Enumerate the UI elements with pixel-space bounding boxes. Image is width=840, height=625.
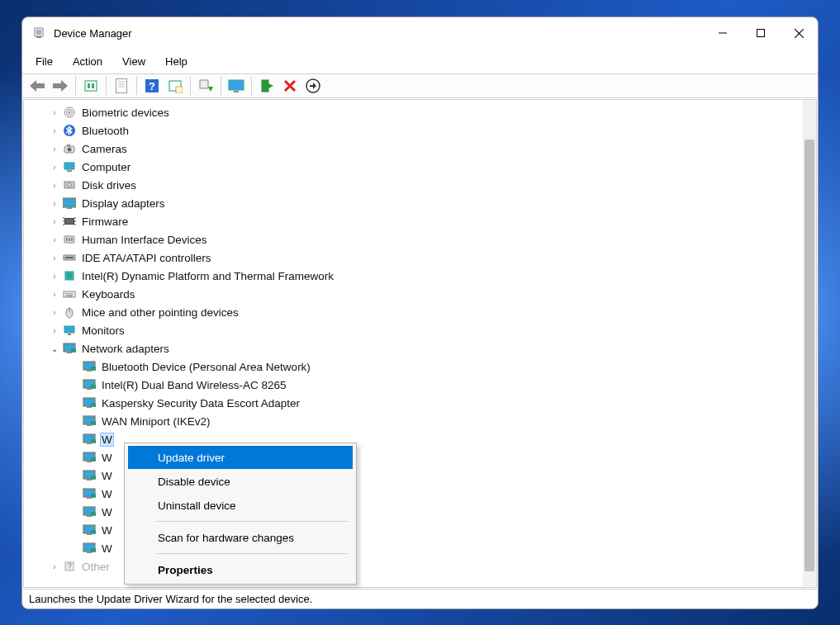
svg-marker-21: [208, 87, 213, 92]
toolbar-icon[interactable]: [81, 76, 101, 96]
tree-category[interactable]: ›Human Interface Devices: [24, 230, 816, 249]
context-menu-item[interactable]: Properties: [128, 558, 353, 581]
tree-category[interactable]: ›Monitors: [24, 321, 816, 339]
svg-rect-60: [67, 273, 72, 278]
toolbar-enable-button[interactable]: [257, 76, 277, 96]
toolbar-icon[interactable]: [165, 76, 185, 96]
chevron-right-icon[interactable]: ›: [49, 199, 60, 208]
tree-category[interactable]: ›Display adapters: [24, 194, 816, 212]
tree-item-label: Keyboards: [80, 287, 137, 301]
svg-rect-24: [262, 80, 268, 92]
svg-point-35: [68, 148, 72, 152]
tree-category[interactable]: ›Cameras: [24, 140, 816, 158]
menu-file[interactable]: File: [27, 52, 61, 71]
tree-item[interactable]: Kaspersky Security Data Escort Adapter: [24, 394, 816, 412]
display-icon: [62, 196, 77, 211]
chevron-right-icon[interactable]: ›: [49, 562, 60, 571]
svg-rect-70: [68, 334, 71, 335]
svg-rect-81: [87, 388, 92, 390]
svg-rect-64: [69, 293, 71, 295]
titlebar: Device Manager: [22, 17, 818, 49]
chevron-down-icon[interactable]: ⌄: [49, 344, 60, 353]
svg-rect-46: [65, 219, 74, 224]
svg-rect-110: [92, 513, 96, 515]
tree-item-label: W: [100, 487, 114, 501]
tree-item-label: Firmware: [80, 215, 130, 229]
toolbar-separator: [136, 77, 137, 95]
toolbar-forward-button[interactable]: [50, 76, 70, 96]
context-menu-separator: [156, 521, 348, 522]
svg-rect-74: [72, 349, 76, 352]
tree-category[interactable]: ›Disk drives: [24, 176, 816, 194]
vertical-scrollbar[interactable]: [803, 100, 816, 587]
tree-item-label: Bluetooth Device (Personal Area Network): [100, 360, 312, 374]
tree-category[interactable]: ⌄Network adapters: [24, 339, 816, 357]
tree-item[interactable]: Intel(R) Dual Band Wireless-AC 8265: [24, 376, 816, 394]
network-icon: [82, 541, 97, 556]
toolbar-back-button[interactable]: [27, 76, 47, 96]
disk-icon: [62, 178, 77, 192]
svg-line-5: [795, 29, 804, 38]
tree-item-label: W: [100, 433, 114, 447]
chevron-right-icon[interactable]: ›: [49, 181, 60, 190]
chevron-right-icon[interactable]: ›: [49, 326, 60, 335]
toolbar-help-button[interactable]: ?: [142, 76, 162, 96]
chevron-right-icon[interactable]: ›: [49, 217, 60, 226]
chevron-right-icon[interactable]: ›: [49, 308, 60, 317]
toolbar-monitor-button[interactable]: [226, 76, 246, 96]
tree-category[interactable]: ›Biometric devices: [24, 103, 816, 121]
tree-item-label: Network adapters: [80, 342, 171, 356]
tree-category[interactable]: ›Intel(R) Dynamic Platform and Thermal F…: [24, 267, 816, 285]
hid-icon: [62, 232, 77, 247]
menu-view[interactable]: View: [114, 52, 154, 71]
tree-category[interactable]: ›Bluetooth: [24, 121, 816, 140]
svg-rect-62: [65, 293, 67, 295]
menu-action[interactable]: Action: [64, 52, 111, 71]
other-icon: ?: [62, 559, 77, 574]
toolbar-properties-button[interactable]: [112, 76, 131, 96]
svg-rect-63: [68, 293, 69, 295]
window-title: Device Manager: [54, 27, 704, 40]
chevron-right-icon[interactable]: ›: [49, 290, 60, 299]
svg-rect-37: [64, 163, 74, 169]
context-menu-item[interactable]: Disable device: [128, 470, 353, 493]
svg-rect-44: [67, 207, 72, 209]
tree-category[interactable]: ›Mice and other pointing devices: [24, 303, 816, 321]
network-icon: [82, 450, 97, 465]
toolbar-uninstall-button[interactable]: [280, 76, 300, 96]
tree-item-label: W: [100, 469, 114, 483]
close-button[interactable]: [780, 17, 818, 49]
scrollbar-thumb[interactable]: [804, 140, 814, 571]
chevron-right-icon[interactable]: ›: [49, 108, 60, 117]
toolbar-scan-button[interactable]: [303, 76, 323, 96]
maximize-button[interactable]: [742, 17, 780, 49]
chevron-right-icon[interactable]: ›: [49, 144, 60, 154]
statusbar: Launches the Update Driver Wizard for th…: [22, 589, 818, 608]
svg-rect-89: [87, 424, 92, 426]
svg-text:?: ?: [149, 80, 155, 92]
chevron-right-icon[interactable]: ›: [49, 163, 60, 172]
tree-item-label: Intel(R) Dynamic Platform and Thermal Fr…: [80, 269, 335, 283]
chevron-right-icon[interactable]: ›: [49, 272, 60, 281]
toolbar-update-button[interactable]: [196, 76, 216, 96]
tree-item[interactable]: WAN Miniport (IKEv2): [24, 412, 816, 430]
svg-marker-29: [310, 83, 316, 89]
tree-item[interactable]: Bluetooth Device (Personal Area Network): [24, 357, 816, 376]
tree-category[interactable]: ›Keyboards: [24, 285, 816, 303]
statusbar-text: Launches the Update Driver Wizard for th…: [29, 593, 312, 605]
chevron-right-icon[interactable]: ›: [49, 126, 60, 135]
context-menu-item[interactable]: Scan for hardware changes: [128, 526, 353, 549]
toolbar: ?: [22, 73, 818, 98]
svg-rect-58: [65, 257, 74, 258]
svg-line-6: [795, 29, 804, 38]
context-menu-item[interactable]: Update driver: [128, 446, 353, 469]
chevron-right-icon[interactable]: ›: [49, 253, 60, 263]
context-menu-item[interactable]: Uninstall device: [128, 494, 353, 517]
chevron-right-icon[interactable]: ›: [49, 235, 60, 244]
menu-help[interactable]: Help: [157, 52, 196, 71]
svg-rect-77: [87, 370, 92, 372]
tree-category[interactable]: ›Computer: [24, 158, 816, 176]
minimize-button[interactable]: [704, 17, 742, 49]
tree-category[interactable]: ›IDE ATA/ATAPI controllers: [24, 249, 816, 267]
tree-category[interactable]: ›Firmware: [24, 212, 816, 230]
